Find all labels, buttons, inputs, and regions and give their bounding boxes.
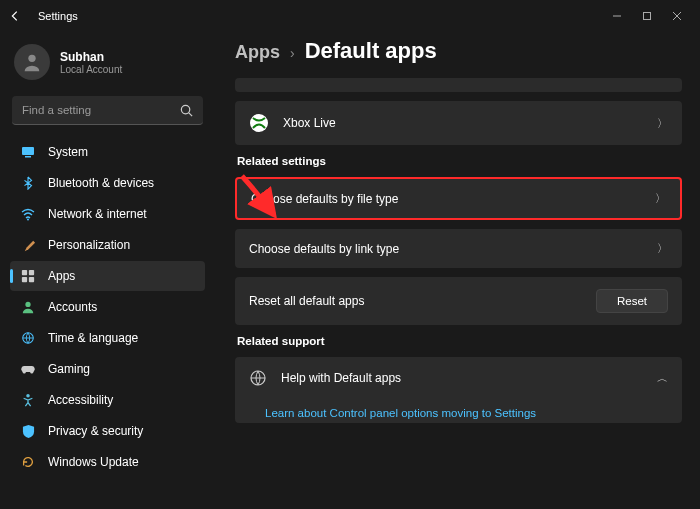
svg-rect-8	[22, 270, 27, 275]
svg-rect-6	[25, 156, 31, 158]
sidebar-item-update[interactable]: Windows Update	[10, 447, 205, 477]
sidebar-item-label: Apps	[48, 269, 75, 283]
search-input[interactable]	[12, 96, 203, 125]
section-heading: Related settings	[237, 155, 682, 167]
breadcrumb: Apps › Default apps	[235, 38, 682, 64]
user-name: Subhan	[60, 50, 122, 64]
sidebar-item-apps[interactable]: Apps	[10, 261, 205, 291]
svg-point-15	[250, 114, 268, 132]
user-account-type: Local Account	[60, 64, 122, 75]
sidebar-item-privacy[interactable]: Privacy & security	[10, 416, 205, 446]
sidebar-item-time[interactable]: Time & language	[10, 323, 205, 353]
chevron-right-icon: 〉	[655, 191, 666, 206]
sidebar-item-accounts[interactable]: Accounts	[10, 292, 205, 322]
person-icon	[20, 299, 36, 315]
sidebar-item-label: Personalization	[48, 238, 130, 252]
svg-line-4	[189, 113, 192, 116]
shield-icon	[20, 423, 36, 439]
svg-point-2	[28, 55, 35, 62]
row-title: Help with Default apps	[281, 371, 643, 385]
svg-point-14	[26, 394, 30, 398]
reset-button[interactable]: Reset	[596, 289, 668, 313]
sidebar-item-label: Bluetooth & devices	[48, 176, 154, 190]
svg-rect-11	[29, 277, 34, 282]
gamepad-icon	[20, 361, 36, 377]
brush-icon	[20, 237, 36, 253]
chevron-right-icon: 〉	[657, 241, 668, 256]
accessibility-icon	[20, 392, 36, 408]
globe-icon	[20, 330, 36, 346]
user-block[interactable]: Subhan Local Account	[10, 38, 205, 92]
avatar	[14, 44, 50, 80]
chevron-right-icon: 〉	[657, 116, 668, 131]
minimize-button[interactable]	[602, 2, 632, 30]
svg-point-3	[181, 105, 189, 113]
close-button[interactable]	[662, 2, 692, 30]
sidebar-item-gaming[interactable]: Gaming	[10, 354, 205, 384]
svg-rect-9	[29, 270, 34, 275]
row-title: Choose defaults by file type	[251, 192, 641, 206]
svg-rect-1	[644, 13, 651, 20]
sidebar-item-network[interactable]: Network & internet	[10, 199, 205, 229]
sidebar-item-label: Windows Update	[48, 455, 139, 469]
chevron-right-icon: ›	[290, 45, 295, 61]
sidebar-item-label: Accessibility	[48, 393, 113, 407]
chevron-up-icon: ︿	[657, 371, 668, 386]
breadcrumb-parent[interactable]: Apps	[235, 42, 280, 63]
svg-rect-10	[22, 277, 27, 282]
wifi-icon	[20, 206, 36, 222]
row-title: Reset all default apps	[249, 294, 582, 308]
reset-defaults-row: Reset all default apps Reset	[235, 277, 682, 325]
globe-help-icon	[249, 369, 267, 387]
sidebar-item-label: System	[48, 145, 88, 159]
search-icon	[179, 103, 194, 118]
monitor-icon	[20, 144, 36, 160]
apps-icon	[20, 268, 36, 284]
svg-point-7	[27, 219, 29, 221]
sidebar-item-label: Accounts	[48, 300, 97, 314]
sidebar-item-personalization[interactable]: Personalization	[10, 230, 205, 260]
svg-rect-5	[22, 147, 34, 155]
sidebar: Subhan Local Account System Bluetooth & …	[0, 32, 215, 509]
back-button[interactable]	[8, 9, 22, 23]
sidebar-item-label: Privacy & security	[48, 424, 143, 438]
page-title: Default apps	[305, 38, 437, 64]
card-truncated-top[interactable]	[235, 78, 682, 92]
choose-defaults-link-type[interactable]: Choose defaults by link type 〉	[235, 229, 682, 268]
svg-point-12	[25, 302, 30, 307]
sidebar-item-label: Time & language	[48, 331, 138, 345]
row-title: Choose defaults by link type	[249, 242, 643, 256]
titlebar: Settings	[0, 0, 700, 32]
sidebar-item-system[interactable]: System	[10, 137, 205, 167]
choose-defaults-file-type[interactable]: Choose defaults by file type 〉	[235, 177, 682, 220]
content: Apps › Default apps Xbox Live 〉 Related …	[215, 32, 700, 509]
xbox-icon	[249, 113, 269, 133]
section-heading: Related support	[237, 335, 682, 347]
window-title: Settings	[38, 10, 78, 22]
sidebar-item-label: Gaming	[48, 362, 90, 376]
maximize-button[interactable]	[632, 2, 662, 30]
row-title: Xbox Live	[283, 116, 643, 130]
sidebar-item-bluetooth[interactable]: Bluetooth & devices	[10, 168, 205, 198]
bluetooth-icon	[20, 175, 36, 191]
sidebar-item-accessibility[interactable]: Accessibility	[10, 385, 205, 415]
learn-link[interactable]: Learn about Control panel options moving…	[235, 399, 682, 423]
xbox-live-row[interactable]: Xbox Live 〉	[235, 101, 682, 145]
help-default-apps[interactable]: Help with Default apps ︿	[235, 357, 682, 399]
sidebar-item-label: Network & internet	[48, 207, 147, 221]
update-icon	[20, 454, 36, 470]
